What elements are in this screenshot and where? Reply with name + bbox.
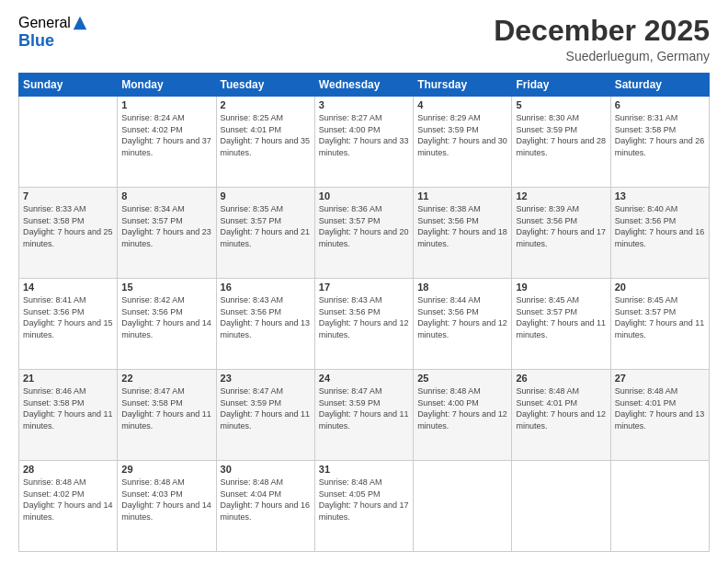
day-number: 22 bbox=[121, 373, 211, 384]
calendar-cell: 30Sunrise: 8:48 AMSunset: 4:04 PMDayligh… bbox=[216, 461, 314, 552]
calendar-cell: 27Sunrise: 8:48 AMSunset: 4:01 PMDayligh… bbox=[610, 370, 709, 461]
day-number: 29 bbox=[121, 464, 211, 475]
calendar-cell: 3Sunrise: 8:27 AMSunset: 4:00 PMDaylight… bbox=[314, 97, 413, 188]
logo-text: General bbox=[18, 15, 88, 31]
calendar-cell: 14Sunrise: 8:41 AMSunset: 3:56 PMDayligh… bbox=[19, 279, 118, 370]
calendar-cell bbox=[414, 461, 512, 552]
logo-blue-text: Blue bbox=[18, 31, 54, 51]
day-info: Sunrise: 8:43 AMSunset: 3:56 PMDaylight:… bbox=[221, 294, 311, 340]
day-info: Sunrise: 8:48 AMSunset: 4:01 PMDaylight:… bbox=[615, 385, 705, 431]
logo-general: General bbox=[18, 15, 71, 31]
col-header-saturday: Saturday bbox=[610, 74, 709, 97]
header: General Blue December 2025 Suederluegum,… bbox=[18, 15, 710, 63]
day-info: Sunrise: 8:41 AMSunset: 3:56 PMDaylight:… bbox=[23, 294, 113, 340]
day-info: Sunrise: 8:39 AMSunset: 3:56 PMDaylight:… bbox=[516, 203, 606, 249]
calendar-table: SundayMondayTuesdayWednesdayThursdayFrid… bbox=[18, 73, 710, 552]
day-number: 5 bbox=[516, 99, 606, 110]
calendar-cell: 23Sunrise: 8:47 AMSunset: 3:59 PMDayligh… bbox=[216, 370, 314, 461]
title-section: December 2025 Suederluegum, Germany bbox=[494, 15, 710, 63]
day-number: 26 bbox=[516, 373, 606, 384]
day-info: Sunrise: 8:40 AMSunset: 3:56 PMDaylight:… bbox=[615, 203, 705, 249]
day-info: Sunrise: 8:24 AMSunset: 4:02 PMDaylight:… bbox=[121, 112, 211, 158]
day-number: 4 bbox=[417, 99, 507, 110]
calendar-cell: 12Sunrise: 8:39 AMSunset: 3:56 PMDayligh… bbox=[512, 188, 610, 279]
day-info: Sunrise: 8:48 AMSunset: 4:02 PMDaylight:… bbox=[23, 477, 113, 523]
calendar-cell: 16Sunrise: 8:43 AMSunset: 3:56 PMDayligh… bbox=[216, 279, 314, 370]
day-number: 31 bbox=[319, 464, 409, 475]
day-number: 1 bbox=[121, 99, 211, 110]
calendar-cell bbox=[610, 461, 709, 552]
day-number: 20 bbox=[615, 282, 705, 293]
day-number: 21 bbox=[23, 373, 113, 384]
day-number: 27 bbox=[615, 373, 705, 384]
calendar-cell: 19Sunrise: 8:45 AMSunset: 3:57 PMDayligh… bbox=[512, 279, 610, 370]
day-number: 30 bbox=[221, 464, 311, 475]
calendar-cell: 18Sunrise: 8:44 AMSunset: 3:56 PMDayligh… bbox=[414, 279, 512, 370]
day-number: 18 bbox=[417, 282, 507, 293]
day-info: Sunrise: 8:44 AMSunset: 3:56 PMDaylight:… bbox=[417, 294, 507, 340]
day-info: Sunrise: 8:35 AMSunset: 3:57 PMDaylight:… bbox=[221, 203, 311, 249]
day-info: Sunrise: 8:42 AMSunset: 3:56 PMDaylight:… bbox=[121, 294, 211, 340]
day-number: 6 bbox=[615, 99, 705, 110]
calendar-cell: 26Sunrise: 8:48 AMSunset: 4:01 PMDayligh… bbox=[512, 370, 610, 461]
col-header-sunday: Sunday bbox=[19, 74, 118, 97]
day-info: Sunrise: 8:34 AMSunset: 3:57 PMDaylight:… bbox=[121, 203, 211, 249]
day-info: Sunrise: 8:30 AMSunset: 3:59 PMDaylight:… bbox=[516, 112, 606, 158]
day-info: Sunrise: 8:47 AMSunset: 3:59 PMDaylight:… bbox=[221, 385, 311, 431]
day-number: 2 bbox=[221, 99, 311, 110]
day-info: Sunrise: 8:36 AMSunset: 3:57 PMDaylight:… bbox=[319, 203, 409, 249]
calendar-cell: 13Sunrise: 8:40 AMSunset: 3:56 PMDayligh… bbox=[610, 188, 709, 279]
day-number: 15 bbox=[121, 282, 211, 293]
svg-marker-0 bbox=[74, 17, 86, 29]
calendar-cell: 2Sunrise: 8:25 AMSunset: 4:01 PMDaylight… bbox=[216, 97, 314, 188]
day-info: Sunrise: 8:46 AMSunset: 3:58 PMDaylight:… bbox=[23, 385, 113, 431]
calendar-week-4: 28Sunrise: 8:48 AMSunset: 4:02 PMDayligh… bbox=[19, 461, 710, 552]
calendar-cell: 21Sunrise: 8:46 AMSunset: 3:58 PMDayligh… bbox=[19, 370, 118, 461]
day-number: 9 bbox=[221, 190, 311, 201]
col-header-thursday: Thursday bbox=[414, 74, 512, 97]
day-number: 11 bbox=[417, 190, 507, 201]
day-info: Sunrise: 8:43 AMSunset: 3:56 PMDaylight:… bbox=[319, 294, 409, 340]
calendar-header-row: SundayMondayTuesdayWednesdayThursdayFrid… bbox=[19, 74, 710, 97]
calendar-cell: 8Sunrise: 8:34 AMSunset: 3:57 PMDaylight… bbox=[118, 188, 216, 279]
day-number: 12 bbox=[516, 190, 606, 201]
day-info: Sunrise: 8:48 AMSunset: 4:01 PMDaylight:… bbox=[516, 385, 606, 431]
calendar-week-0: 1Sunrise: 8:24 AMSunset: 4:02 PMDaylight… bbox=[19, 97, 710, 188]
calendar-week-3: 21Sunrise: 8:46 AMSunset: 3:58 PMDayligh… bbox=[19, 370, 710, 461]
calendar-cell: 17Sunrise: 8:43 AMSunset: 3:56 PMDayligh… bbox=[314, 279, 413, 370]
day-number: 8 bbox=[121, 190, 211, 201]
month-title: December 2025 bbox=[494, 15, 710, 47]
calendar-cell: 20Sunrise: 8:45 AMSunset: 3:57 PMDayligh… bbox=[610, 279, 709, 370]
day-number: 10 bbox=[319, 190, 409, 201]
calendar-cell: 28Sunrise: 8:48 AMSunset: 4:02 PMDayligh… bbox=[19, 461, 118, 552]
calendar-cell: 24Sunrise: 8:47 AMSunset: 3:59 PMDayligh… bbox=[314, 370, 413, 461]
day-info: Sunrise: 8:29 AMSunset: 3:59 PMDaylight:… bbox=[417, 112, 507, 158]
calendar-cell: 31Sunrise: 8:48 AMSunset: 4:05 PMDayligh… bbox=[314, 461, 413, 552]
day-info: Sunrise: 8:47 AMSunset: 3:58 PMDaylight:… bbox=[121, 385, 211, 431]
col-header-friday: Friday bbox=[512, 74, 610, 97]
day-number: 25 bbox=[417, 373, 507, 384]
calendar-cell bbox=[512, 461, 610, 552]
day-info: Sunrise: 8:45 AMSunset: 3:57 PMDaylight:… bbox=[615, 294, 705, 340]
day-number: 17 bbox=[319, 282, 409, 293]
day-info: Sunrise: 8:47 AMSunset: 3:59 PMDaylight:… bbox=[319, 385, 409, 431]
calendar-cell: 4Sunrise: 8:29 AMSunset: 3:59 PMDaylight… bbox=[414, 97, 512, 188]
col-header-monday: Monday bbox=[118, 74, 216, 97]
day-number: 7 bbox=[23, 190, 113, 201]
calendar-week-1: 7Sunrise: 8:33 AMSunset: 3:58 PMDaylight… bbox=[19, 188, 710, 279]
calendar-cell: 7Sunrise: 8:33 AMSunset: 3:58 PMDaylight… bbox=[19, 188, 118, 279]
calendar-cell bbox=[19, 97, 118, 188]
day-number: 23 bbox=[221, 373, 311, 384]
calendar-cell: 6Sunrise: 8:31 AMSunset: 3:58 PMDaylight… bbox=[610, 97, 709, 188]
day-number: 3 bbox=[319, 99, 409, 110]
col-header-tuesday: Tuesday bbox=[216, 74, 314, 97]
day-number: 28 bbox=[23, 464, 113, 475]
day-number: 14 bbox=[23, 282, 113, 293]
col-header-wednesday: Wednesday bbox=[314, 74, 413, 97]
day-info: Sunrise: 8:45 AMSunset: 3:57 PMDaylight:… bbox=[516, 294, 606, 340]
calendar-cell: 25Sunrise: 8:48 AMSunset: 4:00 PMDayligh… bbox=[414, 370, 512, 461]
subtitle: Suederluegum, Germany bbox=[494, 49, 710, 63]
calendar-cell: 5Sunrise: 8:30 AMSunset: 3:59 PMDaylight… bbox=[512, 97, 610, 188]
day-info: Sunrise: 8:48 AMSunset: 4:00 PMDaylight:… bbox=[417, 385, 507, 431]
day-info: Sunrise: 8:27 AMSunset: 4:00 PMDaylight:… bbox=[319, 112, 409, 158]
